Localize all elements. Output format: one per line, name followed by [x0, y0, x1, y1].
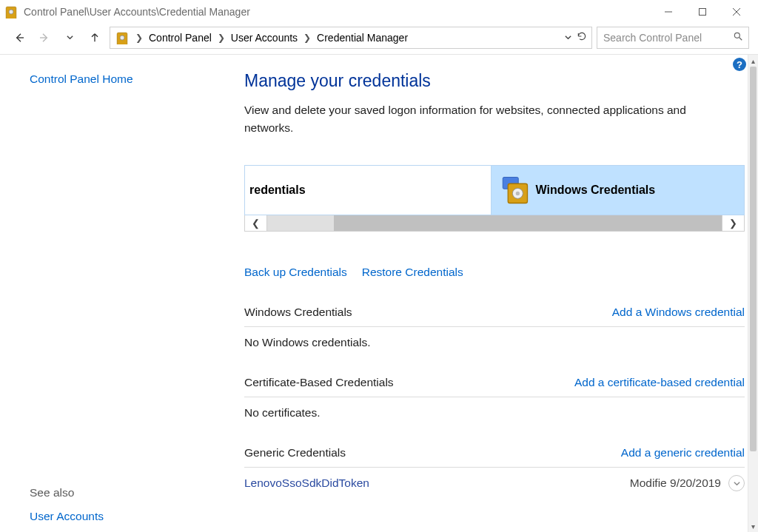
- chevron-down-icon[interactable]: [728, 475, 745, 491]
- credential-manager-app-icon: [4, 5, 18, 18]
- svg-point-10: [734, 33, 739, 38]
- tabs-scroll-track[interactable]: [267, 215, 722, 231]
- add-windows-credential-link[interactable]: Add a Windows credential: [612, 306, 745, 319]
- tabs-scroll-right[interactable]: ❯: [722, 215, 744, 231]
- breadcrumb-item[interactable]: Control Panel: [149, 32, 212, 44]
- add-generic-credential-link[interactable]: Add a generic credential: [621, 446, 745, 459]
- backup-credentials-link[interactable]: Back up Credentials: [244, 266, 347, 279]
- tabs-scroll-thumb[interactable]: [334, 215, 722, 231]
- breadcrumb-separator-icon: ❯: [215, 33, 228, 43]
- section-empty-text: No certificates.: [244, 397, 745, 420]
- breadcrumb-separator-icon: ❯: [133, 33, 146, 43]
- nav-forward-button[interactable]: [34, 27, 55, 48]
- page-heading: Manage your credentials: [244, 71, 745, 91]
- section-title: Windows Credentials: [244, 306, 352, 319]
- svg-point-1: [9, 10, 13, 14]
- maximize-button[interactable]: [685, 1, 720, 23]
- tabs-scroll-left[interactable]: ❮: [245, 215, 267, 231]
- window-title: Control Panel\User Accounts\Credential M…: [24, 6, 651, 18]
- section-title: Certificate-Based Credentials: [244, 376, 394, 389]
- recent-locations-dropdown[interactable]: [59, 27, 80, 48]
- location-icon: [115, 30, 130, 45]
- main-panel: Manage your credentials View and delete …: [222, 55, 758, 532]
- search-input[interactable]: [603, 32, 733, 44]
- tab-label: Windows Credentials: [536, 183, 656, 197]
- svg-line-11: [739, 38, 742, 41]
- breadcrumb-item[interactable]: User Accounts: [231, 32, 298, 44]
- svg-point-15: [515, 192, 519, 195]
- tab-web-credentials[interactable]: redentials: [245, 166, 492, 215]
- credential-modified-date: Modifie 9/20/2019: [630, 477, 721, 490]
- minimize-button[interactable]: [651, 1, 685, 23]
- add-certificate-credential-link[interactable]: Add a certificate-based credential: [574, 376, 745, 389]
- page-description: View and delete your saved logon informa…: [244, 101, 718, 137]
- search-box[interactable]: [597, 27, 749, 49]
- address-bar[interactable]: ❯ Control Panel ❯ User Accounts ❯ Creden…: [110, 27, 592, 49]
- nav-back-button[interactable]: [9, 27, 30, 48]
- safe-icon: [499, 175, 530, 206]
- tab-label: redentials: [245, 183, 306, 197]
- credential-row[interactable]: LenovoSsoSdkDidToken Modifie 9/20/2019: [244, 468, 745, 491]
- address-dropdown-icon[interactable]: [564, 32, 572, 44]
- see-also-label: See also: [30, 486, 209, 499]
- nav-up-button[interactable]: [84, 27, 105, 48]
- toolbar: ❯ Control Panel ❯ User Accounts ❯ Creden…: [0, 24, 758, 55]
- breadcrumb-item[interactable]: Credential Manager: [317, 32, 408, 44]
- content-body: ? ▴ ▾ Control Panel Home See also User A…: [0, 55, 758, 532]
- breadcrumb-separator-icon: ❯: [301, 33, 314, 43]
- restore-credentials-link[interactable]: Restore Credentials: [362, 266, 463, 279]
- refresh-button[interactable]: [577, 31, 587, 44]
- section-title: Generic Credentials: [244, 446, 346, 459]
- svg-rect-3: [700, 9, 706, 16]
- tab-windows-credentials[interactable]: Windows Credentials: [492, 166, 745, 215]
- close-button[interactable]: [720, 1, 754, 23]
- credential-name: LenovoSsoSdkDidToken: [244, 477, 369, 490]
- svg-point-9: [120, 36, 124, 40]
- control-panel-home-link[interactable]: Control Panel Home: [30, 73, 209, 86]
- credential-type-tabs: redentials Windows Credentials: [244, 165, 745, 215]
- search-icon: [733, 31, 743, 44]
- user-accounts-link[interactable]: User Accounts: [30, 510, 209, 523]
- title-bar: Control Panel\User Accounts\Credential M…: [0, 0, 758, 24]
- sidebar: Control Panel Home See also User Account…: [0, 55, 222, 532]
- tabs-horizontal-scrollbar[interactable]: ❮ ❯: [244, 215, 745, 232]
- section-empty-text: No Windows credentials.: [244, 327, 745, 349]
